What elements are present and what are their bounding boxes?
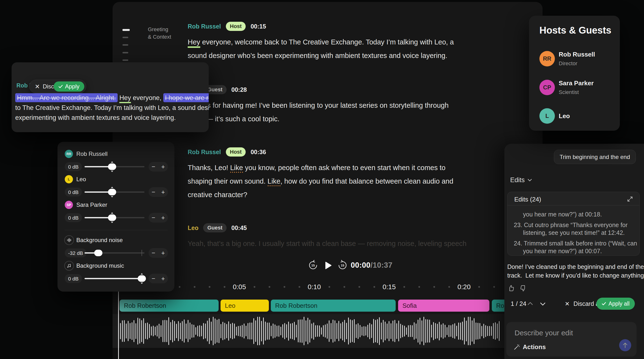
plus-button[interactable]: + [161, 275, 165, 282]
edits-dropdown[interactable]: Edits [510, 176, 532, 184]
slider-knob[interactable] [108, 164, 116, 170]
volume-stepper[interactable]: −+ [148, 213, 168, 222]
segment-label: Sofia [402, 302, 417, 309]
transcript-line[interactable]: sound designer who’s been experimenting … [188, 49, 498, 62]
timestamp: 00:36 [250, 148, 266, 156]
timeline-segment[interactable]: Leo [220, 300, 269, 312]
volume-value: 0 dB [65, 188, 82, 197]
waveform-bar [373, 319, 374, 343]
waveform-bar [499, 321, 500, 341]
waveform-bar [435, 323, 436, 339]
edit-description-input[interactable]: Describe your edit [514, 329, 573, 337]
plus-button[interactable]: + [161, 163, 165, 170]
segment-label: Leo [225, 302, 235, 309]
timeline-segment[interactable]: Rob Robertson [271, 300, 396, 312]
volume-stepper[interactable]: −+ [148, 274, 168, 284]
ruler-dot [209, 286, 210, 288]
play-button[interactable] [322, 260, 333, 271]
slider-knob[interactable] [108, 189, 116, 196]
slider-knob[interactable] [94, 250, 102, 256]
discard-all-button[interactable]: ✕ Discard all [565, 300, 602, 307]
thumbs-up-icon[interactable] [508, 284, 515, 292]
playhead[interactable] [118, 291, 119, 359]
waveform-bar [464, 318, 465, 344]
waveform-bar [371, 324, 372, 338]
transcript-line[interactable]: Thanks, Leo! Like you know, people often… [188, 161, 498, 174]
minus-button[interactable]: − [152, 214, 155, 222]
role-badge: Host [226, 22, 246, 31]
waveform-bar [261, 321, 262, 341]
minus-button[interactable]: − [152, 275, 155, 282]
actions-button[interactable]: Actions [514, 343, 546, 351]
speaker-name[interactable]: Leo [188, 224, 198, 232]
waveform-bar [319, 326, 320, 337]
next-edit-button[interactable] [540, 302, 546, 306]
minus-button[interactable]: − [152, 163, 155, 170]
minus-button[interactable]: − [152, 188, 155, 196]
transcript-line[interactable]: voice — it’s such a cool topic. [188, 112, 498, 126]
ruler-dot [298, 286, 300, 288]
waveform-bar [470, 317, 470, 345]
waveform-bar [441, 324, 442, 338]
skip-back-15-button[interactable]: 15 [308, 260, 318, 270]
plus-button[interactable]: + [161, 214, 165, 222]
timeline-segment[interactable]: Sofia [398, 300, 490, 312]
timestamp: 00:28 [232, 86, 247, 93]
timeline-segment[interactable]: Rob [492, 300, 506, 312]
chapter-label[interactable]: Greeting& Context [148, 26, 171, 40]
text-run: Thanks for having me! I’ve been listenin… [188, 102, 448, 109]
slider-knob[interactable] [138, 276, 146, 282]
volume-slider[interactable] [84, 278, 144, 279]
send-button[interactable] [619, 339, 631, 351]
edit-toolbar: ✕ Discard Apply [29, 80, 86, 93]
ruler-time-label: 0:05 [233, 283, 246, 291]
waveform-bar [240, 326, 240, 336]
speaker-name[interactable]: Rob Russel [188, 148, 221, 156]
waveform-bar [246, 326, 246, 336]
transcript-line[interactable]: Thanks for having me! I’ve been listenin… [188, 98, 498, 112]
expand-icon[interactable] [627, 196, 633, 202]
waveform-bar [236, 327, 237, 336]
skip-forward-15-button[interactable]: 15 [337, 260, 348, 270]
waveform-bar [232, 323, 233, 339]
transcript-line[interactable]: Hey everyone, welcome back to The Creati… [188, 35, 498, 49]
volume-stepper[interactable]: −+ [148, 162, 168, 172]
edits-pager-row: 1 / 24 ✕ Discard all Apply all [504, 297, 644, 310]
transcript-line[interactable]: Yeah, that’s a big one. I usually start … [188, 237, 498, 250]
volume-stepper[interactable]: −+ [148, 248, 168, 258]
plus-button[interactable]: + [161, 188, 165, 196]
volume-value: 0 dB [65, 274, 82, 283]
waveform-bar [286, 324, 287, 338]
waveform-bar [427, 320, 428, 342]
prev-edit-button[interactable] [528, 302, 533, 305]
transcript-line[interactable]: shaping their own sound. Like, how do yo… [188, 174, 498, 188]
timestamp: 00:45 [232, 224, 247, 232]
speaker-name[interactable]: Rob Russel [188, 23, 221, 30]
thumbs-down-icon[interactable] [519, 284, 526, 292]
volume-slider[interactable] [84, 252, 144, 254]
timeline-segment[interactable]: Rob Robertson [120, 300, 218, 312]
waveform-bar [356, 324, 356, 338]
waveform-bar [190, 322, 190, 340]
transcript-line[interactable]: creative character? [188, 188, 498, 202]
slider-knob[interactable] [108, 214, 116, 221]
waveform-bar [483, 324, 484, 338]
minus-button[interactable]: − [152, 249, 155, 257]
waveform-bar [338, 321, 339, 341]
volume-stepper[interactable]: −+ [148, 187, 168, 197]
popup-text-line[interactable]: to The Creative Exchange. Today I’m talk… [15, 103, 209, 113]
waveform-bar [120, 323, 121, 339]
waveform-bar [162, 320, 163, 342]
waveform-bar [418, 320, 418, 342]
waveform-bar [234, 324, 235, 338]
plus-button[interactable]: + [161, 249, 165, 257]
popup-text-line[interactable]: experimenting with ambient textures and … [15, 113, 209, 123]
popup-text-line[interactable]: Hmm... Are we recording... Alright. Hey … [15, 93, 209, 103]
apply-all-button[interactable]: Apply all [596, 298, 635, 310]
edit-suggestion-popup: Rob Par ✕ Discard Apply Hmm... Are we re… [12, 62, 209, 132]
waveform-bar [197, 326, 198, 336]
waveform-bar [166, 320, 167, 342]
waveform-bar [218, 319, 219, 343]
apply-button[interactable]: Apply [54, 82, 84, 92]
waveform-bar [389, 321, 390, 341]
